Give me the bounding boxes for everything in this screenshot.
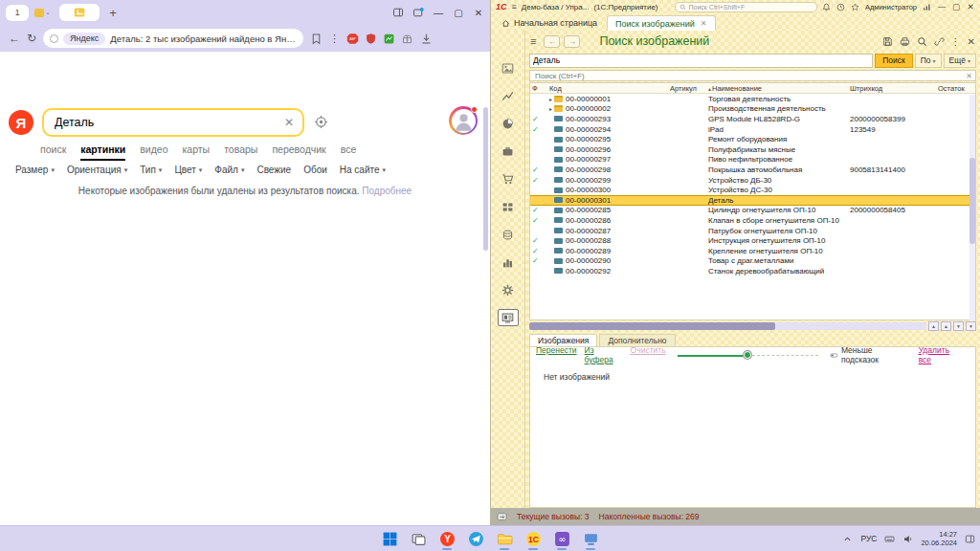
sidebar-section[interactable] — [498, 115, 519, 132]
bookmark-icon[interactable] — [310, 33, 323, 45]
form-menu-icon[interactable]: ≡ — [530, 35, 536, 47]
sidebar-section[interactable] — [498, 226, 519, 243]
search-nav-tab[interactable]: поиск — [40, 143, 66, 161]
go-last-button[interactable]: ▼ — [966, 321, 976, 331]
site-chip[interactable]: Яндекс — [63, 33, 105, 45]
table-row[interactable]: ✓ ▸00-00000287 Патрубок огнетушителя ОП-… — [530, 226, 975, 236]
image-search-box[interactable]: ✕ — [42, 108, 304, 137]
search-nav-tab[interactable]: карты — [183, 143, 211, 161]
search-button[interactable]: Поиск — [875, 54, 913, 68]
main-menu-icon[interactable]: ≡ — [512, 2, 517, 11]
filter-chip[interactable]: Размер — [15, 165, 55, 175]
taskbar-app-button[interactable]: 1C — [523, 529, 543, 548]
extension-icon[interactable] — [401, 33, 413, 45]
table-row[interactable]: ✓ ▸00-00000002 Производственная деятельн… — [530, 104, 975, 115]
pinned-tab[interactable]: 1 — [6, 5, 29, 21]
form-toolbar-icon[interactable] — [900, 36, 910, 47]
extension-icon[interactable]: ABP — [346, 33, 359, 45]
taskbar-app-button[interactable] — [380, 529, 399, 548]
table-row[interactable]: ✓ ▸00-00000001 Торговая деятельность — [530, 94, 975, 104]
table-row[interactable]: ✓ ▸00-00000300 Устройство ДС-30 — [530, 185, 975, 195]
column-article[interactable]: Артикул — [668, 84, 706, 93]
column-code[interactable]: Код — [547, 84, 668, 93]
clear-search-icon[interactable]: ✕ — [284, 116, 294, 129]
tray-chevron-icon[interactable] — [842, 534, 853, 544]
titlebar-icon[interactable] — [851, 3, 859, 11]
window-control-button[interactable]: — — [433, 8, 444, 18]
column-name[interactable]: ▴Наименование — [706, 84, 848, 93]
scrollbar-thumb[interactable] — [529, 322, 775, 330]
table-filter-field[interactable]: ✕ — [529, 70, 976, 81]
taskbar-app-button[interactable] — [581, 529, 600, 548]
table-row[interactable]: ✓ ▸00-00000297 Пиво нефильтрованное — [530, 155, 975, 165]
form-toolbar-icon[interactable] — [917, 36, 927, 47]
filter-chip[interactable]: Обои — [303, 165, 327, 175]
filter-chip[interactable]: Файл — [214, 165, 244, 175]
notifications-icon[interactable] — [965, 534, 975, 544]
close-tab-icon[interactable]: ✕ — [701, 19, 707, 28]
back-icon[interactable]: ← — [9, 32, 20, 45]
global-search-field[interactable]: Поиск Ctrl+Shift+F — [675, 2, 817, 12]
current-user[interactable]: Администратор — [865, 3, 917, 11]
table-row[interactable]: ✓ ▸00-00000298 Покрышка автомобильная 90… — [530, 165, 975, 175]
forward-button[interactable]: → — [564, 35, 580, 48]
go-up-button[interactable]: ▲ — [941, 321, 951, 331]
table-row[interactable]: ✓ ▸00-00000294 iPad 123549 — [530, 124, 975, 135]
window-control-button[interactable]: ✕ — [473, 8, 484, 18]
form-toolbar-icon[interactable] — [882, 36, 893, 47]
taskbar-app-button[interactable] — [466, 529, 485, 548]
close-form-icon[interactable]: ✕ — [968, 36, 975, 47]
table-filter-input[interactable] — [533, 71, 966, 81]
window-control-button[interactable] — [923, 2, 932, 11]
search-nav-tab[interactable]: картинки — [80, 143, 125, 161]
table-row[interactable]: ✓ ▸00-00000288 Инструкция огнетушителя О… — [530, 235, 975, 246]
kebab-menu-icon[interactable]: ⋮ — [329, 33, 340, 45]
taskbar-app-button[interactable] — [409, 529, 428, 548]
side-panel-icon[interactable] — [392, 7, 404, 18]
table-row[interactable]: ✓ ▸00-00000301 Деталь — [530, 195, 975, 206]
taskbar-clock[interactable]: 14:27 20.06.2024 — [921, 530, 957, 548]
reload-icon[interactable]: ↻ — [27, 32, 36, 45]
tabs-panel-icon[interactable] — [412, 7, 424, 18]
bottom-tab[interactable]: Изображения — [529, 334, 597, 346]
more-actions-icon[interactable]: ⋮ — [951, 36, 961, 47]
search-nav-tab[interactable]: товары — [224, 143, 257, 161]
column-flag[interactable]: Ф — [530, 84, 547, 93]
window-control-button[interactable]: — — [937, 2, 947, 11]
table-row[interactable]: ✓ ▸00-00000293 GPS Module HL8528RD-G 200… — [530, 114, 975, 124]
search-nav-tab[interactable]: видео — [140, 143, 167, 161]
image-size-slider[interactable] — [678, 350, 818, 360]
table-row[interactable]: ✓ ▸00-00000290 Товар с драг.металлами — [530, 256, 975, 267]
sidebar-section[interactable] — [498, 143, 519, 160]
query-input[interactable] — [529, 54, 873, 68]
sidebar-section[interactable] — [498, 59, 519, 77]
table-vertical-scrollbar[interactable] — [969, 95, 975, 320]
taskbar-app-button[interactable]: ∞ — [552, 529, 571, 548]
more-button[interactable]: Ещё — [944, 54, 976, 68]
by-button[interactable]: По — [915, 54, 942, 68]
column-barcode[interactable]: Штрихкод — [848, 84, 936, 93]
speaker-icon[interactable] — [902, 534, 913, 544]
filter-chip[interactable]: Ориентация — [67, 165, 127, 175]
search-input[interactable] — [53, 115, 284, 130]
search-nav-tab[interactable]: все — [341, 143, 357, 161]
titlebar-icon[interactable] — [836, 3, 845, 11]
page-scrollbar[interactable] — [483, 107, 488, 251]
camera-search-icon[interactable] — [314, 115, 328, 129]
window-control-button[interactable]: ▢ — [453, 8, 464, 18]
table-row[interactable]: ✓ ▸00-00000295 Ремонт оборудования — [530, 134, 975, 144]
tab-group[interactable]: ⌄ — [34, 6, 54, 20]
back-button[interactable]: ← — [544, 35, 560, 48]
new-tab-button[interactable]: + — [105, 5, 121, 20]
filter-chip[interactable]: На сайте — [340, 165, 386, 175]
onec-tab[interactable]: Начальная страница — [494, 15, 605, 31]
sidebar-section[interactable] — [498, 309, 519, 326]
bottom-tab[interactable]: Дополнительно — [599, 334, 675, 346]
avatar[interactable] — [449, 106, 478, 135]
form-toolbar-icon[interactable] — [934, 36, 945, 47]
sidebar-section[interactable] — [498, 198, 519, 215]
sidebar-section[interactable] — [498, 281, 519, 298]
sidebar-section[interactable] — [498, 170, 519, 187]
notice-more-link[interactable]: Подробнее — [362, 186, 412, 196]
taskbar-app-button[interactable] — [495, 529, 514, 548]
